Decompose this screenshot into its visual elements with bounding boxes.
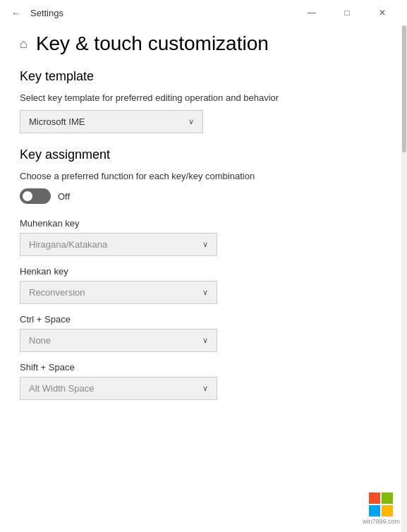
henkan-key-dropdown[interactable]: Reconversion ∨ — [20, 281, 217, 304]
ctrl-space-dropdown-arrow: ∨ — [202, 336, 208, 345]
minimize-button[interactable]: — — [296, 3, 328, 23]
scrollbar-thumb — [402, 25, 406, 152]
ctrl-space-key-value: None — [29, 335, 51, 346]
main-content: ⌂ Key & touch customization Key template… — [0, 25, 407, 532]
page-title: Key & touch customization — [36, 32, 269, 55]
shift-space-dropdown-arrow: ∨ — [202, 384, 208, 393]
key-template-dropdown-arrow: ∨ — [188, 117, 194, 126]
key-assignment-header: Key assignment — [20, 147, 387, 162]
key-template-section: Key template Select key template for pre… — [20, 69, 387, 133]
svg-rect-3 — [382, 505, 393, 516]
ctrl-space-key-label: Ctrl + Space — [20, 314, 387, 325]
windows-logo-icon — [369, 492, 393, 516]
muhenkan-key-dropdown[interactable]: Hiragana/Katakana ∨ — [20, 233, 217, 256]
back-button[interactable]: ← — [8, 6, 23, 20]
title-bar-controls: — □ ✕ — [296, 3, 399, 23]
svg-rect-1 — [382, 492, 393, 504]
toggle-track — [20, 188, 51, 204]
title-bar-title: Settings — [30, 8, 63, 18]
henkan-key-value: Reconversion — [29, 287, 85, 298]
ctrl-space-key-row: Ctrl + Space None ∨ — [20, 314, 387, 352]
henkan-key-label: Henkan key — [20, 266, 387, 277]
page-header: ⌂ Key & touch customization — [20, 32, 387, 55]
shift-space-key-dropdown[interactable]: Alt Width Space ∨ — [20, 377, 217, 400]
title-bar-left: ← Settings — [8, 6, 63, 20]
home-icon[interactable]: ⌂ — [20, 37, 28, 52]
svg-rect-2 — [369, 505, 380, 516]
muhenkan-key-row: Muhenkan key Hiragana/Katakana ∨ — [20, 218, 387, 256]
watermark-text: win7999.com — [363, 518, 400, 525]
key-template-dropdown[interactable]: Microsoft IME ∨ — [20, 110, 203, 133]
key-assignment-section: Key assignment Choose a preferred functi… — [20, 147, 387, 400]
muhenkan-key-label: Muhenkan key — [20, 218, 387, 229]
scrollbar-track[interactable] — [401, 25, 407, 532]
henkan-key-row: Henkan key Reconversion ∨ — [20, 266, 387, 304]
shift-space-key-value: Alt Width Space — [29, 383, 95, 394]
svg-rect-0 — [369, 492, 380, 504]
ctrl-space-key-dropdown[interactable]: None ∨ — [20, 329, 217, 352]
key-template-dropdown-value: Microsoft IME — [29, 116, 85, 127]
muhenkan-key-value: Hiragana/Katakana — [29, 239, 107, 250]
toggle-row: Off — [20, 188, 387, 204]
muhenkan-dropdown-arrow: ∨ — [202, 240, 208, 249]
shift-space-key-row: Shift + Space Alt Width Space ∨ — [20, 362, 387, 400]
key-template-header: Key template — [20, 69, 387, 84]
toggle-label: Off — [58, 191, 70, 202]
toggle-thumb — [23, 191, 32, 201]
key-assignment-description: Choose a preferred function for each key… — [20, 171, 387, 181]
maximize-button[interactable]: □ — [331, 3, 363, 23]
title-bar: ← Settings — □ ✕ — [0, 0, 407, 25]
watermark: win7999.com — [363, 492, 400, 525]
henkan-dropdown-arrow: ∨ — [202, 288, 208, 297]
key-template-description: Select key template for preferred editin… — [20, 92, 387, 103]
shift-space-key-label: Shift + Space — [20, 362, 387, 373]
key-assignment-toggle[interactable] — [20, 188, 51, 204]
close-button[interactable]: ✕ — [366, 3, 399, 23]
